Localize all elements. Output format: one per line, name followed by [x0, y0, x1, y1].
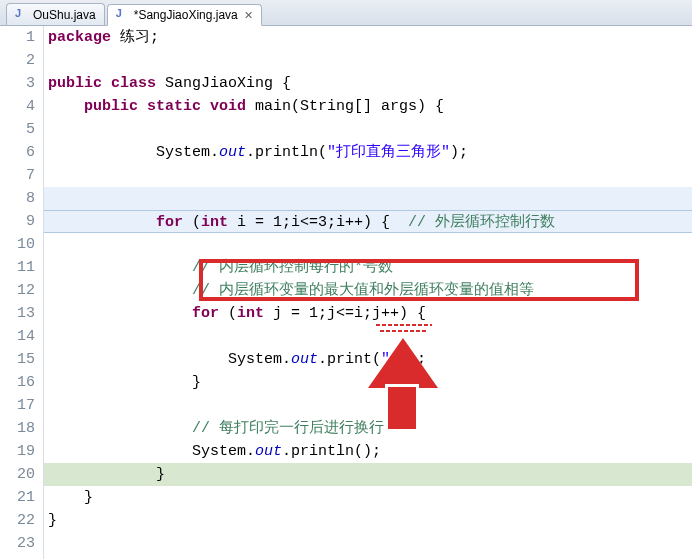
- editor: 1234567891011121314151617181920212223 pa…: [0, 26, 692, 559]
- line-number: 18: [0, 417, 35, 440]
- code-line[interactable]: }: [44, 509, 692, 532]
- line-number: 8: [0, 187, 35, 210]
- line-number: 21: [0, 486, 35, 509]
- code-line[interactable]: }: [44, 463, 692, 486]
- line-number: 1: [0, 26, 35, 49]
- code-line[interactable]: for (int j = 1;j<=i;j++) {: [44, 302, 692, 325]
- code-line[interactable]: [44, 164, 692, 187]
- annotation-arrow-icon: [368, 338, 438, 388]
- code-line[interactable]: [44, 394, 692, 417]
- line-number: 14: [0, 325, 35, 348]
- line-number: 10: [0, 233, 35, 256]
- code-line[interactable]: System.out.println("打印直角三角形");: [44, 141, 692, 164]
- line-number: 15: [0, 348, 35, 371]
- tab-label: OuShu.java: [33, 8, 96, 22]
- line-number: 3: [0, 72, 35, 95]
- line-number-gutter: 1234567891011121314151617181920212223: [0, 26, 44, 559]
- line-number: 6: [0, 141, 35, 164]
- line-number: 2: [0, 49, 35, 72]
- code-line[interactable]: // 内层循环变量的最大值和外层循环变量的值相等: [44, 279, 692, 302]
- line-number: 19: [0, 440, 35, 463]
- code-area[interactable]: package 练习;public class SangJiaoXing { p…: [44, 26, 692, 559]
- close-icon[interactable]: ✕: [244, 9, 253, 22]
- line-number: 11: [0, 256, 35, 279]
- code-line[interactable]: // 内层循环控制每行的*号数: [44, 256, 692, 279]
- code-line[interactable]: for (int i = 1;i<=3;i++) { // 外层循环控制行数: [44, 210, 692, 233]
- tab-oushu[interactable]: OuShu.java: [6, 3, 105, 25]
- line-number: 17: [0, 394, 35, 417]
- code-line[interactable]: [44, 233, 692, 256]
- line-number: 12: [0, 279, 35, 302]
- code-line[interactable]: public class SangJiaoXing {: [44, 72, 692, 95]
- code-line[interactable]: [44, 532, 692, 555]
- java-file-icon: [15, 8, 29, 22]
- tab-sangjiaoxing[interactable]: *SangJiaoXing.java ✕: [107, 4, 262, 26]
- tab-label: *SangJiaoXing.java: [134, 8, 238, 22]
- code-line[interactable]: // 每打印完一行后进行换行: [44, 417, 692, 440]
- annotation-arrow-stem: [385, 384, 419, 432]
- underline-mark: [380, 330, 428, 332]
- line-number: 13: [0, 302, 35, 325]
- line-number: 22: [0, 509, 35, 532]
- code-line[interactable]: [44, 118, 692, 141]
- line-number: 7: [0, 164, 35, 187]
- line-number: 16: [0, 371, 35, 394]
- line-number: 20: [0, 463, 35, 486]
- underline-mark: [376, 324, 432, 326]
- code-line[interactable]: System.out.println();: [44, 440, 692, 463]
- line-number: 23: [0, 532, 35, 555]
- code-line[interactable]: [44, 187, 692, 210]
- code-line[interactable]: [44, 49, 692, 72]
- java-file-icon: [116, 8, 130, 22]
- line-number: 4: [0, 95, 35, 118]
- line-number: 5: [0, 118, 35, 141]
- code-line[interactable]: public static void main(String[] args) {: [44, 95, 692, 118]
- line-number: 9: [0, 210, 35, 233]
- code-line[interactable]: package 练习;: [44, 26, 692, 49]
- tab-bar: OuShu.java *SangJiaoXing.java ✕: [0, 0, 692, 26]
- code-line[interactable]: }: [44, 486, 692, 509]
